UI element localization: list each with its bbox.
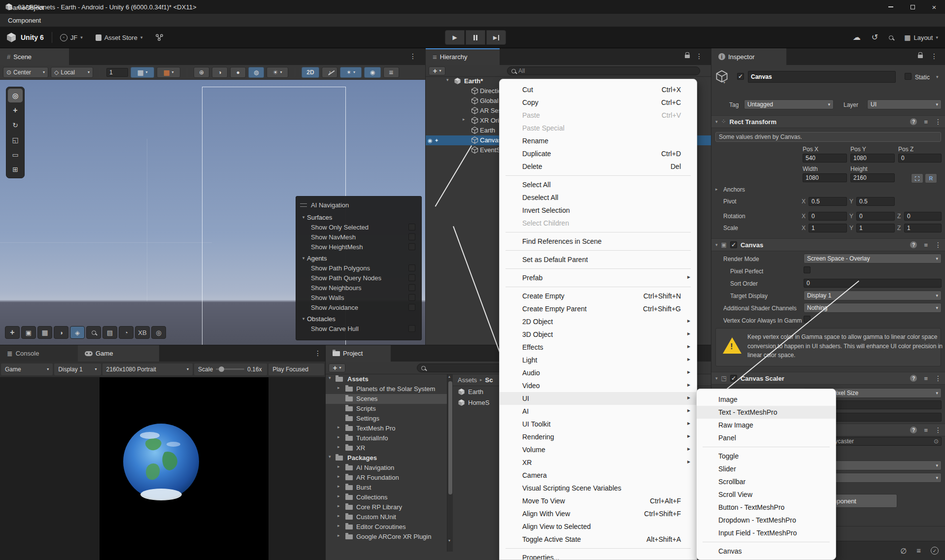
context-menu-item[interactable]: Paste Special xyxy=(500,122,697,134)
expand-arrow-icon[interactable] xyxy=(446,78,449,82)
scale-y-field[interactable]: 1 xyxy=(856,224,895,232)
expand-arrow-icon[interactable] xyxy=(338,464,340,469)
orientation-overlay-button[interactable] xyxy=(54,326,68,339)
canvas-component-header[interactable]: ▣ Canvas ? xyxy=(711,238,945,251)
expand-arrow-icon[interactable] xyxy=(338,445,340,449)
context-menu-item[interactable]: Visual Scripting Scene Variables xyxy=(500,482,697,494)
width-field[interactable]: 1080 xyxy=(803,173,847,182)
foldout-icon[interactable] xyxy=(715,376,718,381)
context-menu-item[interactable]: UI xyxy=(500,392,697,405)
project-tree-item[interactable]: Editor Coroutines xyxy=(326,522,447,532)
context-menu-item[interactable]: Rendering xyxy=(500,430,697,443)
context-menu-item[interactable]: Deselect All xyxy=(500,191,697,204)
effects-visibility-button[interactable] xyxy=(340,67,362,78)
tab-scene[interactable]: # Scene xyxy=(0,48,69,65)
history-icon[interactable] xyxy=(872,33,878,41)
2d-mode-button[interactable]: 2D xyxy=(302,67,319,78)
context-menu-item[interactable]: Create Empty Parent Ctrl+Shift+G xyxy=(500,302,697,315)
check-circle-icon[interactable] xyxy=(931,547,939,555)
scrollbar-thumb[interactable] xyxy=(448,381,452,494)
ai-navigation-row[interactable]: Agents xyxy=(300,253,417,263)
view-tool-button[interactable] xyxy=(8,89,23,102)
context-menu-item[interactable]: Prefab xyxy=(500,271,697,284)
project-tree-item[interactable]: Burst xyxy=(326,483,447,493)
expand-arrow-icon[interactable] xyxy=(329,455,331,459)
project-tree-item[interactable]: Core RP Library xyxy=(326,502,447,512)
expand-arrow-icon[interactable] xyxy=(329,376,331,380)
sort-order-field[interactable]: 0 xyxy=(804,279,942,288)
icon-picker-chevron[interactable] xyxy=(723,81,725,85)
shadows-toggle-button[interactable] xyxy=(230,67,246,78)
context-menu-item[interactable]: Duplicate Ctrl+D xyxy=(500,147,697,160)
submenu-item[interactable] xyxy=(703,447,830,447)
project-add-button[interactable] xyxy=(329,363,345,372)
minimize-button[interactable] xyxy=(880,0,902,14)
ai-navigation-row[interactable]: Show Path Query Nodes xyxy=(300,273,417,283)
submenu-item[interactable]: Scroll View xyxy=(697,488,836,501)
tab-project[interactable]: Project xyxy=(326,345,391,362)
project-tree-item[interactable]: Google ARCore XR Plugin xyxy=(326,532,447,542)
layers-icon[interactable] xyxy=(916,547,921,555)
inspector-panel-menu-icon[interactable] xyxy=(931,53,938,60)
tag-dropdown[interactable]: Untagged xyxy=(744,99,834,109)
foldout-icon[interactable] xyxy=(715,243,718,247)
pos-y-field[interactable]: 1080 xyxy=(850,154,895,163)
checkbox[interactable] xyxy=(408,274,415,281)
component-menu-icon[interactable] xyxy=(935,118,942,125)
camera-stack-button[interactable] xyxy=(383,67,399,78)
lock-icon[interactable] xyxy=(918,55,923,58)
submenu-item[interactable]: Toggle xyxy=(697,450,836,462)
skybox-toggle-button[interactable] xyxy=(248,67,264,78)
project-tree-scrollbar[interactable] xyxy=(447,374,453,552)
debug-disabled-icon[interactable] xyxy=(900,547,907,555)
context-menu-item[interactable]: Create Empty Ctrl+Shift+N xyxy=(500,290,697,302)
context-menu-item[interactable]: Set as Default Parent xyxy=(500,253,697,266)
ai-navigation-row[interactable]: Show Avoidance xyxy=(300,302,417,312)
context-menu-item[interactable]: Paste Ctrl+V xyxy=(500,109,697,122)
search-icon[interactable] xyxy=(889,35,893,40)
asset-store-dropdown[interactable]: Asset Store xyxy=(96,34,143,41)
gameobject-name-field[interactable]: Canvas xyxy=(748,71,896,83)
drag-handle-icon[interactable] xyxy=(300,203,307,207)
canvas-scaler-header[interactable]: ◳ Canvas Scaler ? xyxy=(711,372,945,385)
scale-x-field[interactable]: 1 xyxy=(809,224,847,232)
tab-hierarchy[interactable]: Hierarchy xyxy=(426,48,500,65)
project-tree-item[interactable]: Settings xyxy=(326,414,447,424)
context-menu-item[interactable] xyxy=(506,175,691,176)
anchor-preset-button[interactable] xyxy=(911,173,923,183)
project-tree-item[interactable]: Assets xyxy=(326,374,447,384)
scene-visibility-button[interactable] xyxy=(364,67,381,78)
menubar-item[interactable]: Component xyxy=(2,14,50,27)
ai-navigation-row[interactable]: Show Carve Hull xyxy=(300,324,417,333)
rect-transform-header[interactable]: ⁘ Rect Transform ? xyxy=(711,115,945,128)
camera-preview-button[interactable]: ▤ xyxy=(102,326,117,339)
pos-x-field[interactable]: 540 xyxy=(803,154,847,163)
grid-visibility-button[interactable] xyxy=(131,67,154,78)
account-dropdown[interactable]: ◦ JF xyxy=(60,34,83,41)
context-menu-item[interactable]: Invert Selection xyxy=(500,204,697,217)
lighting-toggle-button[interactable] xyxy=(212,67,228,78)
render-mode-dropdown[interactable]: Screen Space - Overlay xyxy=(804,254,942,264)
submenu-item[interactable]: Panel xyxy=(697,431,836,444)
layout-dropdown[interactable]: Layout xyxy=(904,34,938,41)
submenu-item[interactable]: Input Field - TextMeshPro xyxy=(697,527,836,539)
expand-arrow-icon[interactable] xyxy=(338,425,340,429)
context-menu-item[interactable] xyxy=(506,250,691,251)
project-tree-item[interactable]: Packages xyxy=(326,453,447,463)
scale-slider[interactable] xyxy=(216,368,244,370)
context-menu-item[interactable]: Video xyxy=(500,379,697,392)
project-tree-item[interactable]: Custom NUnit xyxy=(326,512,447,522)
pivot-y-field[interactable]: 0.5 xyxy=(856,197,895,206)
checkbox[interactable] xyxy=(408,243,415,250)
context-menu-item[interactable]: Toggle Active State Alt+Shift+A xyxy=(500,533,697,546)
ai-navigation-row[interactable]: Show Path Polygons xyxy=(300,263,417,273)
ai-navigation-row[interactable]: Surfaces xyxy=(300,212,417,222)
ai-navigation-row[interactable]: Show NavMesh xyxy=(300,232,417,242)
cloud-icon[interactable] xyxy=(853,33,861,41)
expand-arrow-icon[interactable] xyxy=(463,117,465,122)
context-menu-item[interactable]: Rename xyxy=(500,134,697,147)
expand-arrow-icon[interactable] xyxy=(338,386,340,390)
move-overlay-button[interactable] xyxy=(5,326,20,339)
presets-icon[interactable] xyxy=(924,119,928,125)
ai-navigation-row[interactable]: Show Neighbours xyxy=(300,283,417,293)
